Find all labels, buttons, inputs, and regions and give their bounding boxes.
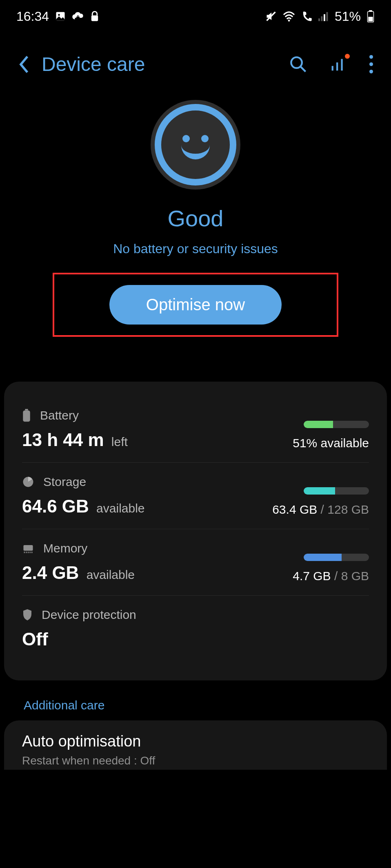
- highlight-annotation: Optimise now: [53, 273, 338, 337]
- protection-value: Off: [22, 629, 48, 649]
- auto-optimisation-row[interactable]: Auto optimisation Restart when needed : …: [4, 720, 387, 770]
- svg-rect-11: [368, 17, 373, 21]
- battery-progress: [304, 421, 369, 428]
- memory-total: 8 GB: [341, 569, 369, 583]
- memory-suffix: available: [87, 568, 135, 581]
- back-icon[interactable]: [18, 55, 30, 74]
- status-face-icon: [151, 100, 240, 190]
- storage-value: 64.6 GB: [22, 496, 89, 516]
- protection-row[interactable]: Device protection Off: [22, 596, 369, 662]
- shield-icon: [22, 609, 33, 621]
- svg-rect-2: [91, 15, 98, 21]
- memory-value: 2.4 GB: [22, 563, 79, 583]
- memory-row-icon: [22, 543, 34, 553]
- status-title: Good: [0, 205, 391, 232]
- storage-progress: [304, 487, 369, 495]
- battery-row-icon: [22, 409, 31, 422]
- signal-icon: [318, 11, 329, 21]
- optimise-now-button[interactable]: Optimise now: [109, 285, 282, 325]
- storage-row[interactable]: Storage 64.6 GB available 63.4 GB / 128 …: [22, 463, 369, 529]
- mute-icon: [265, 11, 277, 22]
- storage-total: 128 GB: [327, 503, 369, 516]
- svg-point-12: [291, 57, 302, 68]
- svg-rect-5: [318, 18, 320, 21]
- additional-care-heading: Additional care: [0, 680, 391, 716]
- lock-icon: [90, 11, 100, 22]
- battery-progress-fill: [304, 421, 333, 428]
- device-care-card: Battery 13 h 44 m left 51% available Sto…: [4, 382, 387, 680]
- battery-row[interactable]: Battery 13 h 44 m left 51% available: [22, 396, 369, 463]
- status-battery-text: 51%: [335, 9, 361, 24]
- svg-rect-17: [25, 409, 28, 411]
- battery-suffix: left: [111, 435, 128, 448]
- auto-optimisation-sub: Restart when needed : Off: [22, 754, 369, 767]
- memory-progress-fill: [304, 554, 342, 561]
- storage-progress-fill: [304, 487, 335, 495]
- storage-row-icon: [22, 476, 34, 488]
- device-status-hero: Good No battery or security issues Optim…: [0, 88, 391, 353]
- wifi-icon: [282, 11, 295, 22]
- app-header: Device care: [0, 33, 391, 88]
- memory-used: 4.7 GB: [293, 569, 331, 583]
- svg-rect-6: [321, 16, 322, 21]
- page-title: Device care: [42, 53, 278, 75]
- status-time: 16:34: [16, 9, 49, 24]
- status-bar: 16:34 51%: [0, 0, 391, 33]
- svg-rect-8: [326, 12, 328, 21]
- more-icon[interactable]: [369, 55, 373, 73]
- call-icon: [301, 11, 313, 22]
- battery-label: Battery: [40, 409, 79, 422]
- battery-right-text: 51% available: [293, 436, 369, 450]
- status-subtitle: No battery or security issues: [0, 241, 391, 256]
- notification-dot: [345, 54, 350, 59]
- auto-optimisation-title: Auto optimisation: [22, 733, 369, 750]
- storage-used: 63.4 GB: [272, 503, 317, 516]
- usage-icon[interactable]: [330, 55, 347, 73]
- battery-icon: [367, 10, 375, 22]
- svg-rect-7: [324, 14, 325, 21]
- svg-rect-18: [23, 411, 30, 422]
- storage-suffix: available: [96, 501, 144, 515]
- battery-value: 13 h 44 m: [22, 430, 104, 450]
- svg-line-13: [301, 66, 306, 71]
- search-icon[interactable]: [289, 55, 307, 73]
- storage-label: Storage: [43, 475, 86, 489]
- protection-label: Device protection: [42, 608, 136, 622]
- svg-point-4: [288, 20, 290, 22]
- svg-point-1: [58, 14, 60, 16]
- memory-progress: [304, 554, 369, 561]
- cloud-icon: [72, 11, 84, 22]
- svg-rect-19: [23, 545, 33, 551]
- gallery-icon: [55, 11, 66, 22]
- memory-row[interactable]: Memory 2.4 GB available 4.7 GB / 8 GB: [22, 529, 369, 596]
- memory-label: Memory: [43, 541, 87, 555]
